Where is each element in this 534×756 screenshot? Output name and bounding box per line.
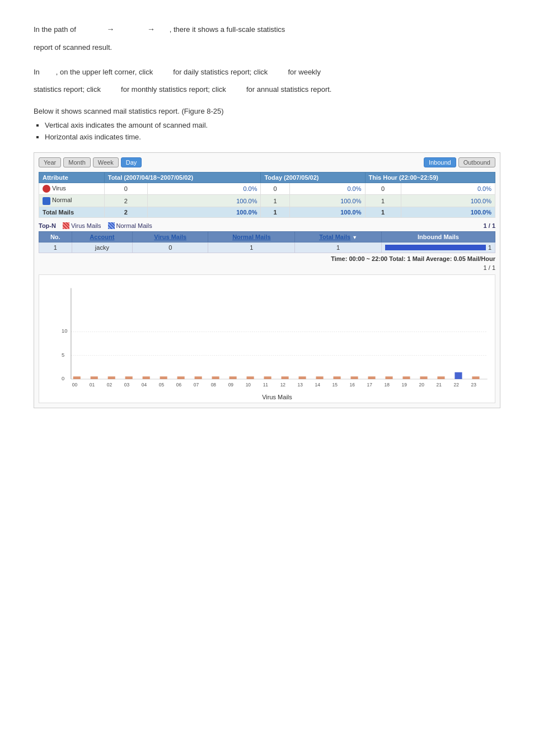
attribute-table: Attribute Total (2007/04/18~2007/05/02) …	[39, 172, 495, 217]
attr-col-hour: This Hour (22:00~22:59)	[365, 172, 495, 183]
topn-account-link[interactable]: Account	[90, 234, 114, 240]
bullet-list: Vertical axis indicates the amount of sc…	[45, 121, 500, 141]
topn-col-normal: Normal Mails	[208, 231, 295, 242]
bullet-item-1: Vertical axis indicates the amount of sc…	[45, 121, 500, 129]
svg-rect-27	[420, 376, 427, 379]
svg-text:5: 5	[62, 351, 64, 357]
sort-arrow-icon: ▼	[352, 235, 357, 240]
below-text: Below it shows scanned mail statistics r…	[34, 107, 500, 115]
virus-icon	[43, 185, 50, 193]
svg-text:00: 00	[72, 382, 78, 388]
svg-rect-9	[108, 376, 115, 379]
inbound-bar	[385, 245, 486, 250]
topn-col-virus: Virus Mails	[133, 231, 208, 242]
bullet-item-2: Horizontal axis indicates time.	[45, 133, 500, 141]
svg-text:20: 20	[419, 382, 425, 388]
svg-rect-25	[385, 376, 392, 379]
intro-section: In the path of → → , there it shows a fu…	[34, 22, 500, 141]
topn-row-normal: 1	[208, 242, 295, 253]
svg-rect-15	[212, 376, 219, 379]
legend-virus-label: Virus Mails	[71, 222, 101, 229]
attr-virus-label: Virus	[39, 183, 105, 195]
svg-text:19: 19	[402, 382, 407, 388]
legend-normal-label: Normal Mails	[116, 222, 152, 229]
nav-outbound-button[interactable]: Outbound	[458, 157, 495, 167]
svg-rect-12	[160, 376, 167, 379]
nav-week-button[interactable]: Week	[93, 157, 119, 167]
attr-virus-today-num: 0	[261, 183, 289, 195]
svg-text:04: 04	[142, 382, 147, 388]
attr-total-total-num: 2	[104, 207, 147, 217]
nav-year-button[interactable]: Year	[39, 157, 61, 167]
svg-text:03: 03	[124, 382, 130, 388]
topn-header: Top-N Virus Mails Normal Mails 1 / 1	[39, 222, 495, 229]
svg-text:13: 13	[298, 382, 303, 388]
topn-row-no: 1	[39, 242, 72, 253]
attr-col-attribute: Attribute	[39, 172, 105, 183]
bar-value: 1	[488, 244, 491, 251]
topn-total-link[interactable]: Total Mails	[319, 234, 350, 240]
chart-svg: 0 5 10	[62, 279, 493, 391]
nav-right-group: Inbound Outbound	[424, 157, 495, 167]
svg-rect-14	[195, 376, 202, 379]
svg-rect-22	[333, 376, 340, 379]
attr-normal-label: Normal	[39, 195, 105, 207]
bar-container: 1	[385, 244, 491, 251]
attr-col-total: Total (2007/04/18~2007/05/02)	[104, 172, 261, 183]
topn-row-virus: 0	[133, 242, 208, 253]
svg-text:05: 05	[159, 382, 165, 388]
attr-col-today: Today (2007/05/02)	[261, 172, 365, 183]
svg-text:12: 12	[280, 382, 286, 388]
svg-rect-21	[316, 376, 323, 379]
svg-text:10: 10	[246, 382, 251, 388]
pagination-bottom: 1 / 1	[39, 264, 495, 271]
legend-virus: Virus Mails	[63, 222, 101, 229]
svg-rect-26	[402, 376, 410, 379]
legend-normal-box	[108, 222, 115, 229]
topn-normal-link[interactable]: Normal Mails	[232, 234, 270, 240]
attr-total-total-pct: 100.0%	[147, 207, 261, 217]
intro-line1: In the path of → → , there it shows a fu…	[34, 22, 500, 36]
svg-text:06: 06	[176, 382, 182, 388]
nav-day-button[interactable]: Day	[121, 157, 142, 167]
attr-normal-total-num: 2	[104, 195, 147, 207]
table-row: Normal 2 100.0% 1 100.0% 1 100.0%	[39, 195, 495, 207]
svg-rect-7	[73, 376, 81, 379]
arrow1-icon: →	[106, 22, 114, 36]
svg-text:07: 07	[194, 382, 199, 388]
svg-text:17: 17	[367, 382, 373, 388]
attr-total-hour-num: 1	[365, 207, 401, 217]
legend-virus-box	[63, 222, 69, 229]
attr-total-today-num: 1	[261, 207, 289, 217]
svg-rect-28	[437, 376, 444, 379]
attr-normal-today-num: 1	[261, 195, 289, 207]
svg-text:09: 09	[228, 382, 234, 388]
chart-area: 0 5 10	[39, 274, 495, 403]
attr-virus-hour-pct: 0.0%	[401, 183, 495, 195]
attr-virus-today-pct: 0.0%	[289, 183, 365, 195]
svg-rect-24	[368, 376, 375, 379]
svg-text:18: 18	[385, 382, 390, 388]
svg-text:0: 0	[62, 375, 64, 381]
legend-normal: Normal Mails	[108, 222, 152, 229]
topn-virus-link[interactable]: Virus Mails	[154, 234, 186, 240]
arrow2-icon: →	[147, 22, 155, 36]
nav-month-button[interactable]: Month	[63, 157, 91, 167]
nav-inbound-button[interactable]: Inbound	[424, 157, 456, 167]
topn-row-total: 1	[295, 242, 381, 253]
intro-line2: report of scanned result.	[34, 41, 500, 54]
topn-row-bar-cell: 1	[381, 242, 495, 253]
legend-group: Virus Mails Normal Mails	[63, 222, 152, 229]
nav-buttons: Year Month Week Day Inbound Outbound	[39, 157, 495, 167]
svg-text:10: 10	[62, 328, 67, 334]
topn-col-no: No.	[39, 231, 72, 242]
svg-rect-13	[177, 376, 185, 379]
attr-normal-today-pct: 100.0%	[289, 195, 365, 207]
svg-rect-18	[264, 376, 271, 379]
attr-virus-total-pct: 0.0%	[147, 183, 261, 195]
attr-total-label: Total Mails	[39, 207, 105, 217]
svg-rect-23	[350, 376, 358, 379]
table-row: Total Mails 2 100.0% 1 100.0% 1 100.0%	[39, 207, 495, 217]
svg-rect-8	[91, 376, 98, 379]
attr-virus-total-num: 0	[104, 183, 147, 195]
